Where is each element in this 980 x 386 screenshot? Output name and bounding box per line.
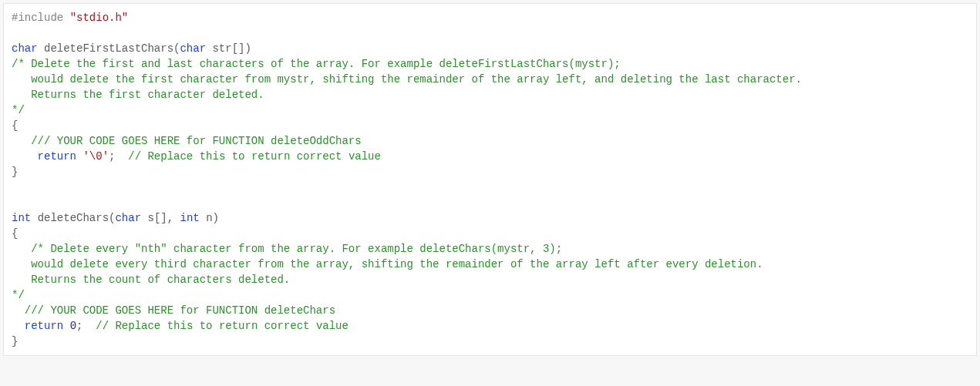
brace-open: {: [12, 119, 18, 132]
brackets: []: [232, 42, 245, 55]
comment-line: would delete the first character from my…: [12, 73, 802, 86]
paren-close: ): [213, 212, 219, 224]
param-type: char: [180, 42, 206, 55]
inline-comment: // Replace this to return correct value: [83, 320, 348, 332]
preproc-directive: #include: [12, 12, 63, 24]
function-name-1: deleteFirstLastChars: [44, 42, 173, 55]
char-literal: '\0': [83, 150, 109, 163]
keyword-char: char: [12, 42, 38, 55]
param-name: n: [206, 212, 212, 224]
todo-comment: /// YOUR CODE GOES HERE for FUNCTION del…: [12, 135, 362, 147]
keyword-int: int: [12, 212, 31, 224]
comment-close: */: [12, 289, 25, 301]
brace-close: }: [12, 335, 18, 347]
inline-comment: // Replace this to return correct value: [115, 150, 380, 163]
param-type: char: [115, 212, 141, 224]
todo-comment: /// YOUR CODE GOES HERE for FUNCTION del…: [12, 304, 335, 317]
indent: [12, 150, 38, 163]
indent: [12, 320, 25, 332]
comment-line: Returns the count of characters deleted.: [12, 274, 290, 286]
brackets: []: [154, 212, 167, 224]
comment-open: /* Delete every "nth" character from the…: [12, 243, 562, 255]
comment-line: Returns the first character deleted.: [12, 89, 264, 101]
keyword-return: return: [25, 320, 63, 332]
code-block: #include "stdio.h" char deleteFirstLastC…: [3, 3, 977, 356]
comment-open: /* Delete the first and last characters …: [12, 58, 621, 70]
comment-line: would delete every third character from …: [12, 258, 763, 270]
comma: ,: [167, 212, 180, 224]
int-literal: 0: [70, 320, 76, 332]
brace-close: }: [12, 166, 18, 178]
paren-close: ): [245, 42, 251, 55]
comment-close: */: [12, 104, 25, 116]
function-name-2: deleteChars: [38, 212, 109, 224]
keyword-return: return: [38, 150, 76, 163]
param-type: int: [180, 212, 200, 224]
brace-open: {: [12, 227, 18, 240]
include-header: "stdio.h": [70, 12, 129, 24]
param-name: str: [212, 42, 231, 55]
param-name: s: [147, 212, 153, 224]
